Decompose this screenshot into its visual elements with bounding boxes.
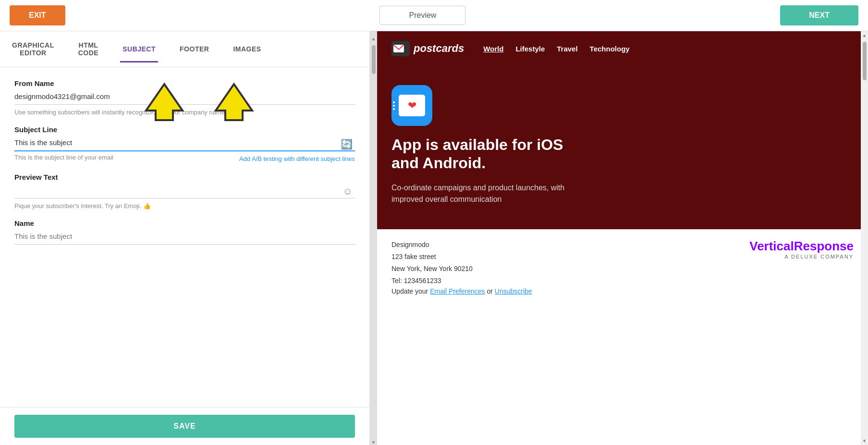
right-scrollbar: ▲ ▼ [861, 31, 868, 445]
address-line-1: Designmodo [391, 239, 532, 251]
up-arrow-icon-2 [214, 82, 255, 123]
right-scroll-thumb [863, 42, 867, 80]
dot-2 [393, 105, 395, 107]
update-text: Update your [391, 287, 430, 295]
up-arrow-icon-1 [144, 82, 185, 123]
hero-subtitle: Co-ordinate campaigns and product launch… [391, 182, 574, 205]
address-line-2: 123 fake street [391, 251, 532, 263]
footer-brand: VerticalResponse A DELUXE COMPANY [749, 239, 854, 260]
scroll-up-arrow[interactable]: ▲ [371, 36, 376, 41]
app-icon-inner: ❤ [399, 95, 425, 116]
form-area: From Name designmodo4321@gmail.com Use s… [0, 67, 369, 407]
logo-text: postcards [414, 42, 464, 55]
right-panel: postcards World Lifestyle Travel Technol… [377, 31, 868, 445]
svg-marker-1 [216, 84, 252, 120]
brand-name-part1: Vertical [749, 239, 794, 253]
postcards-logo: postcards [391, 41, 464, 56]
preview-text-label: Preview Text [14, 173, 355, 181]
save-bar: SAVE [0, 407, 369, 445]
preview-button[interactable]: Preview [379, 6, 465, 25]
subject-input-wrap: This is the subject 🔄 [14, 138, 355, 151]
arrow-1 [144, 82, 185, 123]
save-button[interactable]: SAVE [14, 415, 355, 438]
email-header: postcards World Lifestyle Travel Technol… [377, 31, 868, 66]
unsubscribe-link[interactable]: Unsubscribe [495, 287, 532, 295]
emoji-picker-icon[interactable]: ☺ [343, 186, 353, 197]
right-scroll-up[interactable]: ▲ [861, 31, 868, 39]
footer-address: Designmodo 123 fake street New York, New… [391, 239, 532, 287]
subject-hint-text: This is the subject line of your email [14, 154, 113, 161]
name-input[interactable] [14, 232, 355, 245]
top-bar: EXIT Preview NEXT [0, 0, 868, 31]
nav-link-technology: Technology [590, 45, 630, 53]
tab-subject[interactable]: SUBJECT [120, 40, 158, 58]
address-line-3: New York, New York 90210 [391, 263, 532, 275]
email-preferences-link[interactable]: Email Preferences [430, 287, 485, 295]
tab-graphical-editor[interactable]: GRAPHICALEDITOR [10, 37, 57, 62]
email-nav-links: World Lifestyle Travel Technology [483, 45, 630, 53]
dot-3 [393, 108, 395, 110]
emoji-hint-text: Pique your subscriber's interest. Try an… [14, 202, 355, 210]
name-label: Name [14, 219, 355, 227]
next-button[interactable]: NEXT [780, 5, 858, 25]
email-hero: ❤ App is available for iOS and Android. … [377, 66, 868, 229]
email-footer-section: Designmodo 123 fake street New York, New… [377, 229, 868, 305]
subject-line-label: Subject Line [14, 125, 355, 134]
heart-icon: ❤ [408, 99, 416, 112]
exit-button[interactable]: EXIT [10, 5, 65, 25]
nav-link-lifestyle: Lifestyle [515, 45, 545, 53]
arrows-container [144, 82, 255, 123]
dot-1 [393, 101, 395, 103]
brand-name: VerticalResponse [749, 239, 854, 254]
scroll-down-arrow[interactable]: ▼ [371, 440, 376, 445]
subject-emoji-icon[interactable]: 🔄 [341, 138, 353, 150]
app-icon: ❤ [391, 85, 432, 126]
arrow-2 [214, 82, 255, 123]
preview-text-input[interactable] [14, 186, 355, 198]
brand-name-part2: Response [794, 239, 854, 253]
tab-footer[interactable]: FOOTER [177, 40, 211, 58]
preview-text-wrap: ☺ [14, 186, 355, 198]
address-line-4: Tel: 1234561233 [391, 275, 532, 287]
tabs-bar: GRAPHICALEDITOR HTMLCODE SUBJECT FOOTER … [0, 31, 369, 67]
email-preview-area: postcards World Lifestyle Travel Technol… [377, 31, 868, 445]
footer-or-text: or [487, 287, 494, 295]
left-panel: GRAPHICALEDITOR HTMLCODE SUBJECT FOOTER … [0, 31, 370, 445]
hero-title: App is available for iOS and Android. [391, 136, 584, 173]
subject-line-input[interactable]: This is the subject [14, 138, 355, 151]
svg-marker-0 [146, 84, 183, 120]
tab-html-code[interactable]: HTMLCODE [76, 37, 101, 62]
nav-link-world: World [483, 45, 503, 53]
nav-link-travel: Travel [557, 45, 577, 53]
ab-testing-link[interactable]: Add A/B testing with different subject l… [239, 155, 355, 162]
tab-images[interactable]: IMAGES [231, 40, 263, 58]
postcards-logo-icon [391, 41, 410, 56]
app-icon-dots [393, 101, 395, 110]
right-scroll-down[interactable]: ▼ [861, 437, 868, 445]
scroll-thumb [372, 45, 376, 74]
left-scrollbar: ▲ ▼ [370, 31, 377, 445]
footer-links: Update your Email Preferences or Unsubsc… [391, 287, 532, 295]
main-content: GRAPHICALEDITOR HTMLCODE SUBJECT FOOTER … [0, 31, 868, 445]
brand-sub: A DELUXE COMPANY [749, 254, 854, 260]
